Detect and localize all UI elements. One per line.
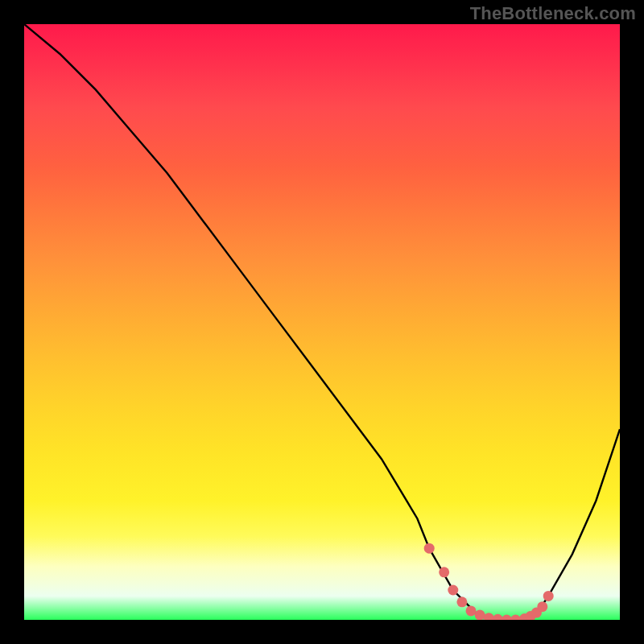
plot-area (24, 24, 620, 620)
optimal-marker (439, 567, 449, 577)
optimal-marker (475, 610, 485, 620)
optimal-marker (424, 543, 435, 554)
optimal-marker (484, 613, 494, 620)
optimal-marker (510, 615, 521, 621)
optimal-marker (456, 597, 467, 607)
optimal-marker (502, 615, 512, 621)
optimal-marker (543, 591, 554, 601)
attribution-text: TheBottleneck.com (470, 3, 636, 24)
optimal-range-markers (424, 543, 554, 620)
chart-frame: TheBottleneck.com (0, 0, 644, 644)
optimal-marker (493, 614, 503, 620)
optimal-marker (448, 585, 458, 596)
bottleneck-curve (24, 24, 620, 620)
optimal-marker (466, 605, 477, 616)
optimal-marker (537, 601, 547, 612)
chart-svg (24, 24, 620, 620)
